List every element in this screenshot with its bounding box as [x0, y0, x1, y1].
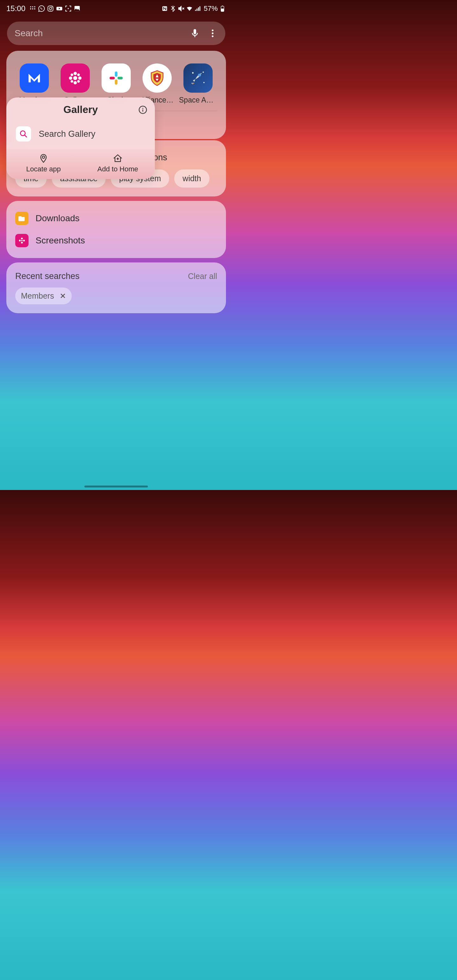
status-left: 15:00 [6, 4, 81, 13]
scan-status-icon [65, 5, 72, 12]
svg-point-14 [73, 72, 77, 75]
info-icon[interactable] [139, 105, 147, 114]
recent-chips: Members ✕ [15, 288, 217, 304]
popup-actions: Locate app Add to Home [6, 149, 155, 179]
recent-chip-members[interactable]: Members ✕ [15, 288, 72, 304]
svg-rect-22 [115, 72, 118, 77]
youtube-status-icon [56, 5, 63, 12]
gesture-bar[interactable] [84, 485, 148, 487]
add-home-label: Add to Home [97, 165, 138, 173]
svg-point-20 [70, 80, 73, 83]
status-bar: 15:00 57% [0, 0, 232, 16]
recent-header: Recent searches Clear all [15, 271, 217, 281]
wifi-icon [186, 5, 193, 12]
search-gallery-item[interactable]: Search Gallery [6, 122, 155, 149]
slack-status-icon [29, 5, 36, 12]
screenshots-folder[interactable]: Screenshots [15, 229, 217, 252]
status-time: 15:00 [6, 4, 25, 13]
recent-title: Recent searches [15, 271, 80, 281]
svg-point-19 [77, 73, 80, 76]
svg-point-31 [21, 240, 22, 241]
search-placeholder: Search [14, 28, 190, 38]
svg-point-33 [21, 242, 22, 243]
app-label: Space Ag… [179, 96, 217, 104]
svg-point-35 [23, 240, 25, 241]
popup-header: Gallery [6, 97, 155, 122]
svg-point-18 [70, 73, 73, 76]
members-app-icon [20, 64, 49, 93]
svg-point-15 [73, 81, 77, 84]
svg-point-2 [51, 7, 52, 7]
recent-searches-card: Recent searches Clear all Members ✕ [6, 262, 226, 313]
flower-icon [15, 234, 29, 247]
gallery-context-menu: Gallery Search Gallery Locate app Add to… [6, 97, 155, 179]
downloads-folder[interactable]: Downloads [15, 207, 217, 229]
close-icon[interactable]: ✕ [60, 292, 66, 301]
svg-point-12 [212, 35, 213, 37]
image-status-icon [73, 5, 81, 12]
locate-label: Locate app [26, 165, 61, 173]
svg-point-1 [49, 7, 51, 10]
folder-icon [15, 212, 29, 225]
svg-point-17 [78, 76, 81, 80]
svg-point-11 [212, 32, 213, 34]
svg-point-10 [212, 30, 213, 31]
svg-point-27 [202, 72, 204, 73]
folder-label: Screenshots [35, 235, 85, 246]
whatsapp-status-icon [38, 5, 45, 12]
svg-rect-25 [110, 77, 115, 80]
svg-rect-0 [48, 6, 53, 11]
svg-rect-9 [222, 6, 223, 6]
svg-rect-23 [118, 77, 123, 80]
home-plus-icon [113, 154, 123, 163]
signal-icon [194, 5, 201, 12]
recent-chip-label: Members [21, 291, 54, 301]
svg-point-29 [192, 83, 193, 84]
nfc-icon [161, 5, 168, 12]
svg-line-40 [24, 135, 27, 137]
slack-app-icon [102, 64, 131, 93]
more-icon[interactable] [207, 28, 218, 38]
folders-card: Downloads Screenshots [6, 201, 226, 258]
svg-point-30 [198, 74, 201, 76]
svg-point-4 [68, 8, 69, 9]
svg-point-32 [21, 238, 22, 239]
battery-icon [219, 5, 226, 12]
instagram-status-icon [47, 5, 54, 12]
chip-width[interactable]: width [174, 169, 209, 188]
search-icon [19, 130, 28, 138]
status-right: 57% [161, 5, 226, 13]
svg-rect-24 [115, 80, 118, 85]
space-app-icon [183, 64, 213, 93]
svg-point-28 [204, 82, 205, 83]
alliance-app-icon [142, 64, 172, 93]
clear-all-button[interactable]: Clear all [188, 272, 217, 281]
svg-point-34 [19, 240, 21, 241]
svg-point-37 [142, 108, 143, 108]
gallery-app-icon [61, 64, 90, 93]
svg-point-13 [73, 76, 78, 80]
location-icon [39, 154, 48, 163]
mic-icon[interactable] [190, 28, 200, 38]
locate-app-button[interactable]: Locate app [6, 152, 81, 175]
mute-icon [178, 5, 185, 12]
battery-percentage: 57% [204, 5, 218, 13]
svg-rect-38 [142, 109, 143, 111]
popup-title: Gallery [64, 104, 98, 116]
add-to-home-button[interactable]: Add to Home [81, 152, 155, 175]
bluetooth-icon [169, 5, 177, 12]
app-space-agency[interactable]: Space Ag… [179, 64, 217, 104]
svg-point-21 [77, 80, 80, 83]
folder-label: Downloads [35, 213, 80, 223]
search-gallery-label: Search Gallery [39, 129, 96, 139]
svg-point-26 [192, 72, 194, 74]
svg-point-16 [69, 76, 72, 80]
search-icon-wrap [16, 126, 31, 142]
search-bar[interactable]: Search [7, 22, 225, 45]
svg-rect-8 [221, 9, 224, 11]
